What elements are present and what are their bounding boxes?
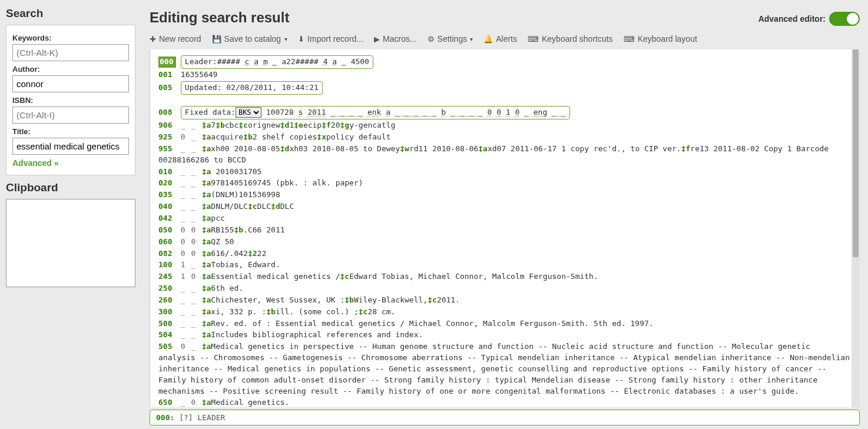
subfield-value: 616/.042 [211, 249, 248, 258]
marc-line[interactable]: 060 0 0 ‡aQZ 50 [158, 237, 852, 248]
editor-scrollbar[interactable] [852, 49, 860, 407]
marc-line[interactable]: 035 _ _ ‡a(DNLM)101536998 [158, 189, 852, 201]
advanced-editor-toggle[interactable] [829, 12, 860, 26]
marc-line[interactable]: 008 Fixed data:BKS 100728 s 2011 _ _ _ _… [158, 106, 852, 119]
subfield-code: ‡a [202, 225, 211, 234]
updated-box[interactable]: Updated: 02/08/2011, 10:44:21 [181, 81, 323, 95]
gear-icon: ⚙ [428, 35, 435, 44]
marc-line[interactable]: 500 _ _ ‡aRev. ed. of : Essential medica… [158, 318, 852, 330]
subfield-value: Includes bibliographical references and … [211, 330, 423, 339]
title-input[interactable] [12, 138, 129, 155]
fixed-data-box[interactable]: Fixed data:BKS 100728 s 2011 _ _ _ _ enk… [181, 106, 570, 119]
keyboard-icon: ⌨ [528, 35, 539, 44]
subfield-value: ecip [303, 121, 322, 129]
marc-line[interactable]: 650 _ 0 ‡aMedical genetics. [158, 397, 852, 407]
search-heading: Search [6, 7, 135, 20]
subfield-value: ill. (some col.) ; [276, 307, 359, 316]
clipboard-textarea[interactable] [6, 199, 135, 287]
indicators: _ _ [181, 178, 197, 189]
field-tag: 955 [158, 144, 176, 155]
marc-line[interactable]: 925 0 _ ‡aacquire‡b2 shelf copies‡xpolic… [158, 132, 852, 143]
subfield-code: ‡d [271, 202, 280, 211]
macros-button[interactable]: ▶Macros... [374, 34, 417, 44]
status-help[interactable]: [?] [179, 413, 193, 422]
fixed-data-type-select[interactable]: BKS [236, 107, 261, 118]
subfield-value: rd11 2010-08-06 [409, 144, 478, 153]
subfield-code: ‡b [243, 132, 253, 141]
alerts-button[interactable]: 🔔Alerts [483, 34, 517, 44]
subfield-code: ‡c [428, 295, 437, 304]
marc-line[interactable]: 050 0 0 ‡aRB155‡b.C66 2011 [158, 225, 852, 236]
subfield-code: ‡a [202, 260, 211, 269]
subfield-value: RB155 [211, 225, 234, 234]
marc-line[interactable]: 955 _ _ ‡axh00 2010-08-05‡dxh03 2010-08-… [158, 144, 852, 166]
subfield-value: Chichester, West Sussex, UK : [211, 295, 344, 304]
indicators: _ _ [181, 120, 197, 131]
subfield-code: ‡a [202, 284, 211, 292]
marc-line[interactable]: 260 _ _ ‡aChichester, West Sussex, UK :‡… [158, 295, 852, 306]
subfield-code: ‡b [266, 307, 276, 316]
subfield-value: pcc [211, 214, 224, 222]
marc-line[interactable]: 042 _ _ ‡apcc [158, 213, 852, 224]
marc-line[interactable]: 082 0 0 ‡a616/.042‡222 [158, 248, 852, 260]
keyboard-icon: ⌨ [624, 35, 635, 44]
keywords-label: Keywords: [12, 34, 129, 42]
subfield-code: ‡c [359, 307, 368, 316]
marc-line[interactable]: 505 0 _ ‡aMedical genetics in perspectiv… [158, 341, 852, 397]
field-tag: 505 [158, 341, 176, 352]
marc-line[interactable]: 000 Leader:##### c a m _ a22##### 4 a _ … [158, 55, 852, 69]
field-tag: 300 [158, 307, 176, 318]
scrollbar-thumb[interactable] [853, 49, 859, 257]
marc-line[interactable]: 300 _ _ ‡axi, 332 p. :‡bill. (some col.)… [158, 307, 852, 318]
marc-line[interactable]: 001 16355649 [158, 69, 852, 81]
marc-line[interactable]: 020 _ _ ‡a9781405169745 (pbk. : alk. pap… [158, 178, 852, 189]
marc-line[interactable]: 005 Updated: 02/08/2011, 10:44:21 [158, 81, 852, 95]
subfield-value: 2 shelf copies [253, 132, 317, 141]
field-tag: 260 [158, 295, 176, 306]
marc-line[interactable]: 010 _ _ ‡a 2010031705 [158, 167, 852, 178]
indicators: _ _ [181, 167, 197, 178]
advanced-link[interactable]: Advanced » [12, 158, 59, 168]
subfield-code: ‡a [202, 319, 211, 328]
subfield-value: Wiley-Blackwell, [354, 295, 428, 304]
marc-line[interactable]: 100 1 _ ‡aTobias, Edward. [158, 260, 852, 271]
shortcuts-button[interactable]: ⌨Keyboard shortcuts [528, 34, 613, 44]
field-tag: 250 [158, 283, 176, 294]
subfield-value: Medical genetics. [211, 398, 289, 407]
layout-button[interactable]: ⌨Keyboard layout [624, 34, 697, 44]
import-button[interactable]: ⬇Import record... [298, 34, 363, 44]
field-tag: 010 [158, 167, 176, 178]
subfield-value: policy default [326, 132, 391, 141]
marc-line[interactable]: 504 _ _ ‡aIncludes bibliographical refer… [158, 330, 852, 341]
subfield-value: 2010031705 [211, 167, 261, 176]
marc-line[interactable]: 906 _ _ ‡a7‡bcbc‡corignew‡d1‡eecip‡f20‡g… [158, 120, 852, 131]
new-record-button[interactable]: ✚New record [150, 34, 201, 44]
author-input[interactable] [12, 75, 129, 92]
plus-icon: ✚ [150, 35, 156, 44]
field-tag: 001 [158, 69, 176, 81]
indicators: 0 0 [181, 248, 197, 260]
subfield-code: ‡d [280, 144, 290, 153]
toolbar: ✚New record 💾Save to catalog ▾ ⬇Import r… [150, 32, 860, 49]
subfield-value: Essential medical genetics / [211, 272, 340, 281]
marc-editor[interactable]: 000 Leader:##### c a m _ a22##### 4 a _ … [150, 49, 860, 407]
isbn-input[interactable] [12, 107, 129, 124]
subfield-value: Edward Tobias, Michael Connor, Malcolm F… [349, 272, 598, 281]
keywords-input[interactable] [12, 44, 129, 61]
save-dropdown[interactable]: ▾ [284, 36, 287, 42]
subfield-value: .C66 2011 [243, 225, 284, 234]
subfield-code: ‡d [280, 121, 290, 129]
marc-line[interactable]: 040 _ _ ‡aDNLM/DLC‡cDLC‡dDLC [158, 201, 852, 212]
subfield-code: ‡a [202, 330, 211, 339]
subfield-value: 22 [257, 249, 267, 258]
marc-line[interactable]: 250 _ _ ‡a6th ed. [158, 283, 852, 294]
subfield-code: ‡a [202, 167, 211, 176]
indicators: 0 0 [181, 237, 197, 248]
leader-box[interactable]: Leader:##### c a m _ a22##### 4 a _ 4500 [181, 55, 373, 69]
marc-line[interactable]: 245 1 0 ‡aEssential medical genetics /‡c… [158, 271, 852, 282]
subfield-value: 6th ed. [211, 284, 243, 292]
field-tag: 906 [158, 120, 176, 131]
save-button[interactable]: 💾Save to catalog [212, 34, 281, 44]
settings-button[interactable]: ⚙Settings▾ [428, 34, 473, 44]
subfield-value: 7 [211, 121, 216, 129]
